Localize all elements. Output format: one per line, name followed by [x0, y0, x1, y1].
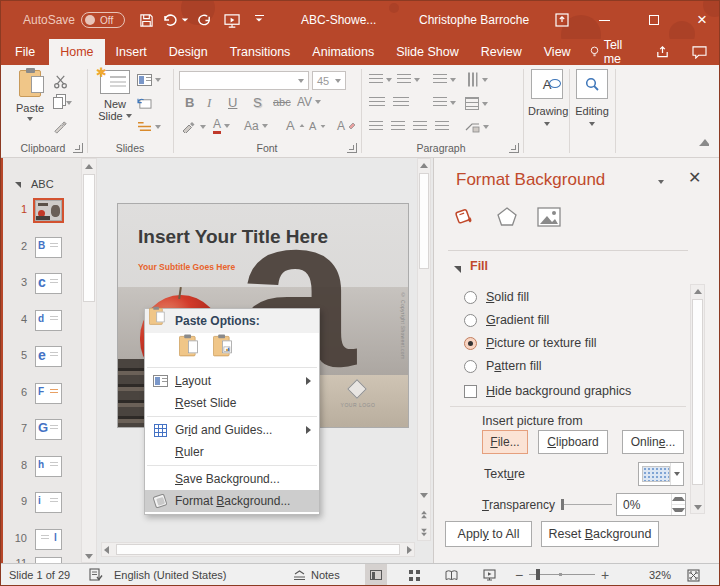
- change-case-button[interactable]: Aa: [244, 119, 268, 133]
- transparency-slider-thumb[interactable]: [561, 499, 564, 510]
- slide-thumbnail-4[interactable]: d: [35, 310, 62, 331]
- scrollbar-thumb[interactable]: [116, 544, 400, 555]
- tab-file[interactable]: File: [1, 39, 49, 65]
- zoom-out-button[interactable]: −: [515, 564, 523, 586]
- tab-insert[interactable]: Insert: [105, 39, 158, 65]
- slide-sorter-view-button[interactable]: [403, 564, 425, 586]
- tab-transitions[interactable]: Transitions: [219, 39, 302, 65]
- slide-horizontal-scrollbar[interactable]: [101, 542, 415, 557]
- tab-review[interactable]: Review: [470, 39, 533, 65]
- scroll-left-button[interactable]: [104, 546, 109, 554]
- scroll-down-button[interactable]: [82, 549, 96, 563]
- transparency-slider-track[interactable]: [562, 504, 612, 505]
- copy-button[interactable]: [53, 97, 72, 109]
- tell-me-box[interactable]: Tell me: [582, 39, 644, 65]
- drawing-button[interactable]: A Drawing: [528, 69, 566, 126]
- radio-solid-fill[interactable]: Solid fill: [464, 290, 529, 304]
- radio-pattern-fill[interactable]: Pattern fill: [464, 359, 542, 373]
- comments-button[interactable]: [681, 39, 720, 65]
- radio-picture-or-texture-fill[interactable]: Picture or texture fill: [464, 336, 596, 350]
- underline-button[interactable]: U: [228, 95, 237, 110]
- menu-item-save-background[interactable]: Save Background...: [145, 468, 319, 490]
- increase-indent-button[interactable]: [393, 97, 409, 108]
- line-spacing-button[interactable]: [433, 74, 456, 85]
- pane-scrollbar[interactable]: [690, 284, 705, 514]
- menu-item-layout[interactable]: Layout: [145, 370, 319, 392]
- minimize-button[interactable]: [589, 1, 619, 39]
- convert-smartart-button[interactable]: [465, 121, 489, 133]
- menu-item-format-background[interactable]: Format Background...: [145, 490, 319, 512]
- font-dialog-launcher[interactable]: [347, 143, 357, 153]
- clipboard-dialog-launcher[interactable]: [73, 143, 83, 153]
- bullets-button[interactable]: [369, 74, 392, 85]
- zoom-in-button[interactable]: +: [601, 564, 609, 586]
- reset-slide-button[interactable]: [137, 97, 152, 110]
- scrollbar-thumb[interactable]: [419, 173, 429, 269]
- reading-view-button[interactable]: [440, 564, 462, 586]
- undo-button[interactable]: [159, 9, 181, 31]
- tab-home[interactable]: Home: [49, 39, 104, 65]
- tab-animations[interactable]: Animations: [301, 39, 385, 65]
- radio-gradient-fill[interactable]: Gradient fill: [464, 313, 549, 327]
- slide-thumbnail-5[interactable]: e: [35, 346, 62, 367]
- decrease-indent-button[interactable]: [369, 97, 385, 108]
- zoom-level[interactable]: 32%: [649, 564, 671, 586]
- online-button[interactable]: Online...: [622, 430, 684, 454]
- spin-down-button[interactable]: [672, 505, 685, 515]
- paste-keep-formatting-button[interactable]: [177, 336, 203, 362]
- slide-vertical-scrollbar[interactable]: [417, 158, 431, 541]
- align-right-button[interactable]: [413, 121, 427, 132]
- tab-view[interactable]: View: [533, 39, 582, 65]
- spin-up-button[interactable]: [672, 494, 685, 505]
- normal-view-button[interactable]: [365, 564, 387, 586]
- paragraph-dialog-launcher[interactable]: [509, 143, 519, 153]
- text-shadow-button[interactable]: S: [253, 95, 262, 110]
- apply-to-all-button[interactable]: Apply to All: [445, 521, 532, 547]
- slide-subtitle-placeholder[interactable]: Your Subtitle Goes Here: [138, 262, 235, 272]
- align-text-button[interactable]: [465, 97, 488, 110]
- font-size-combobox[interactable]: 45: [312, 71, 346, 90]
- checkbox-hide-background-graphics[interactable]: Hide background graphics: [464, 384, 631, 398]
- file-button[interactable]: File...: [482, 430, 528, 454]
- start-from-beginning-button[interactable]: [221, 9, 243, 31]
- slide-thumbnail-8[interactable]: h: [35, 456, 62, 477]
- scroll-up-button[interactable]: [691, 285, 704, 298]
- effects-tab[interactable]: [492, 204, 522, 230]
- italic-button[interactable]: I: [207, 95, 211, 111]
- slide-thumbnail-3[interactable]: c: [35, 273, 62, 294]
- scroll-down-button[interactable]: [691, 501, 704, 514]
- section-collapse-icon[interactable]: [15, 182, 21, 188]
- columns-button[interactable]: [433, 97, 456, 108]
- cut-button[interactable]: [53, 74, 68, 93]
- editing-button[interactable]: Editing: [573, 69, 611, 126]
- text-direction-button[interactable]: [465, 74, 488, 85]
- scroll-down-button[interactable]: [418, 489, 430, 502]
- menu-item-reset-slide[interactable]: Reset Slide: [145, 392, 319, 414]
- clear-formatting-button[interactable]: A: [337, 119, 356, 133]
- numbering-button[interactable]: [397, 74, 420, 85]
- texture-dropdown[interactable]: [638, 462, 684, 486]
- autosave-toggle[interactable]: Off: [81, 12, 125, 28]
- scroll-up-button[interactable]: [82, 159, 96, 173]
- justify-button[interactable]: [435, 121, 449, 132]
- scrollbar-thumb[interactable]: [692, 299, 703, 485]
- customize-qat-button[interactable]: [255, 15, 264, 22]
- slide-title-placeholder[interactable]: Insert Your Title Here: [138, 226, 328, 248]
- slide-thumbnail-9[interactable]: i: [35, 492, 62, 513]
- strikethrough-button[interactable]: abc: [273, 96, 291, 108]
- next-slide-button[interactable]: [418, 525, 430, 539]
- ribbon-display-options-button[interactable]: [547, 1, 577, 39]
- align-left-button[interactable]: [369, 121, 383, 132]
- bold-button[interactable]: B: [185, 95, 194, 110]
- scrollbar-thumb[interactable]: [83, 174, 95, 302]
- font-color-button[interactable]: A: [213, 118, 230, 134]
- format-painter-button[interactable]: [53, 120, 68, 139]
- menu-item-grid-and-guides[interactable]: Grid and Guides...: [145, 419, 319, 441]
- paste-button[interactable]: Paste: [13, 70, 47, 121]
- tab-slide-show[interactable]: Slide Show: [385, 39, 470, 65]
- fill-tab[interactable]: [450, 204, 480, 230]
- fill-expander-icon[interactable]: [454, 266, 461, 273]
- slide-thumbnail-7[interactable]: G: [35, 419, 62, 440]
- close-button[interactable]: ×: [687, 1, 717, 39]
- shrink-font-button[interactable]: A: [309, 120, 327, 132]
